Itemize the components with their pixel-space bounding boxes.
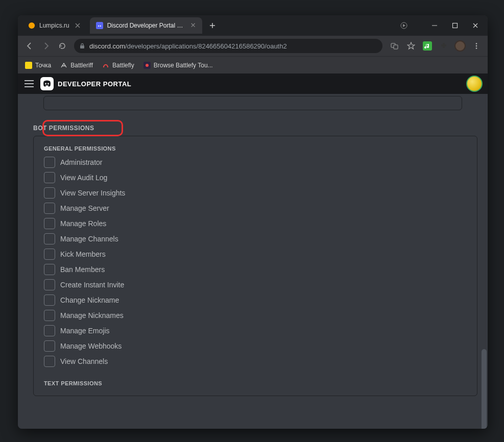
svg-point-11 [455, 41, 465, 51]
perm-administrator[interactable]: Administrator [44, 157, 467, 168]
bookmark-favicon [25, 62, 32, 69]
discord-app-header: DEVELOPER PORTAL [18, 73, 488, 94]
checkbox[interactable] [44, 310, 55, 321]
translate-icon[interactable] [388, 39, 402, 53]
extensions-icon[interactable] [437, 39, 451, 53]
back-button[interactable] [22, 38, 37, 54]
bookmark-battlefy[interactable]: Browse Battlefy Tou... [140, 60, 216, 71]
window-controls [424, 15, 486, 36]
discord-logo[interactable]: DEVELOPER PORTAL [40, 77, 131, 90]
checkbox[interactable] [44, 294, 55, 306]
perm-ban-members[interactable]: Ban Members [44, 264, 467, 275]
lock-icon [79, 43, 85, 49]
svg-rect-9 [423, 41, 432, 51]
perm-manage-emojis[interactable]: Manage Emojis [44, 325, 467, 336]
checkbox[interactable] [44, 172, 55, 183]
tab-discord-dev[interactable]: Discord Developer Portal — My A [90, 17, 202, 34]
scrollbar-thumb[interactable] [482, 349, 487, 429]
bookmark-favicon [143, 62, 151, 69]
music-ext-icon[interactable] [420, 39, 435, 53]
svg-point-3 [100, 26, 101, 27]
minimize-button[interactable] [424, 15, 445, 36]
checkbox[interactable] [44, 157, 55, 168]
perm-manage-roles[interactable]: Manage Roles [44, 218, 467, 229]
tab-lumpics[interactable]: Lumpics.ru [22, 17, 87, 34]
bookmark-favicon [102, 62, 109, 69]
profile-avatar-icon[interactable] [453, 39, 467, 53]
tab-strip: Lumpics.ru Discord Developer Portal — My… [20, 15, 383, 36]
svg-rect-5 [453, 23, 458, 28]
checkbox[interactable] [44, 233, 55, 244]
section-title-bot-permissions: BOT PERMISSIONS [33, 114, 477, 136]
tab-title: Discord Developer Portal — My A [107, 22, 186, 29]
perm-view-channels[interactable]: View Channels [44, 356, 467, 367]
svg-point-0 [29, 22, 35, 29]
svg-point-17 [146, 64, 149, 67]
perm-label: Manage Server [60, 204, 109, 212]
bookmark-battleriff[interactable]: Battleriff [57, 60, 96, 71]
bookmark-favicon [60, 62, 67, 69]
discord-icon [40, 77, 54, 90]
permissions-card: GENERAL PERMISSIONS Administrator View A… [33, 136, 477, 396]
perm-manage-channels[interactable]: Manage Channels [44, 233, 467, 244]
hamburger-menu[interactable] [23, 78, 35, 90]
svg-point-18 [45, 83, 46, 85]
svg-rect-1 [96, 22, 103, 29]
perm-label: Ban Members [60, 265, 105, 274]
perm-label: View Channels [60, 357, 108, 365]
checkbox[interactable] [44, 279, 55, 290]
browser-window: Lumpics.ru Discord Developer Portal — My… [18, 15, 488, 429]
perm-label: Kick Members [60, 250, 106, 258]
bookmark-label: Browse Battlefy Tou... [154, 62, 213, 69]
url-input[interactable]: discord.com/developers/applications/8246… [74, 39, 382, 53]
svg-rect-15 [25, 62, 32, 69]
perm-label: View Audit Log [60, 174, 107, 182]
page-content: BOT PERMISSIONS GENERAL PERMISSIONS Admi… [18, 94, 488, 429]
bookmark-tochka[interactable]: Точка [22, 60, 54, 71]
perm-kick-members[interactable]: Kick Members [44, 249, 467, 260]
perm-manage-nicknames[interactable]: Manage Nicknames [44, 310, 467, 321]
perm-create-instant-invite[interactable]: Create Instant Invite [44, 279, 467, 290]
header-title: DEVELOPER PORTAL [58, 80, 131, 88]
checkbox[interactable] [44, 187, 55, 199]
svg-rect-8 [394, 45, 398, 49]
reload-button[interactable] [55, 38, 70, 54]
new-tab-button[interactable] [205, 18, 220, 33]
checkbox[interactable] [44, 356, 55, 367]
svg-point-13 [476, 45, 477, 47]
perm-manage-server[interactable]: Manage Server [44, 203, 467, 214]
close-icon[interactable] [75, 22, 81, 29]
svg-point-12 [476, 43, 477, 44]
bookmark-label: Battlefly [112, 62, 134, 69]
checkbox[interactable] [44, 264, 55, 275]
bookmark-battlefly[interactable]: Battlefly [99, 60, 137, 71]
close-icon[interactable] [190, 22, 196, 29]
group-title-general: GENERAL PERMISSIONS [44, 145, 467, 152]
perm-label: Manage Emojis [60, 327, 110, 335]
previous-section-stub [43, 96, 462, 110]
perm-label: Manage Nicknames [60, 311, 124, 320]
perm-manage-webhooks[interactable]: Manage Webhooks [44, 340, 467, 352]
checkbox[interactable] [44, 218, 55, 229]
checkbox[interactable] [44, 203, 55, 214]
svg-point-2 [98, 26, 99, 27]
kebab-menu-icon[interactable] [469, 39, 484, 53]
bookmarks-bar: Точка Battleriff Battlefly Browse Battle… [18, 56, 488, 73]
favicon-discord [96, 22, 103, 29]
maximize-button[interactable] [445, 15, 465, 36]
perm-change-nickname[interactable]: Change Nickname [44, 294, 467, 306]
user-avatar[interactable] [466, 76, 483, 92]
checkbox[interactable] [44, 325, 55, 336]
close-button[interactable] [465, 15, 486, 36]
forward-button[interactable] [38, 38, 54, 54]
perm-view-server-insights[interactable]: View Server Insights [44, 187, 467, 199]
checkbox[interactable] [44, 249, 55, 260]
perm-label: Change Nickname [60, 296, 119, 304]
perm-view-audit-log[interactable]: View Audit Log [44, 172, 467, 183]
checkbox[interactable] [44, 340, 55, 352]
favicon-lumpics [28, 22, 35, 29]
perm-label: Manage Webhooks [60, 342, 122, 350]
titlebar: Lumpics.ru Discord Developer Portal — My… [18, 15, 488, 36]
svg-point-19 [47, 83, 49, 85]
star-icon[interactable] [404, 39, 418, 53]
